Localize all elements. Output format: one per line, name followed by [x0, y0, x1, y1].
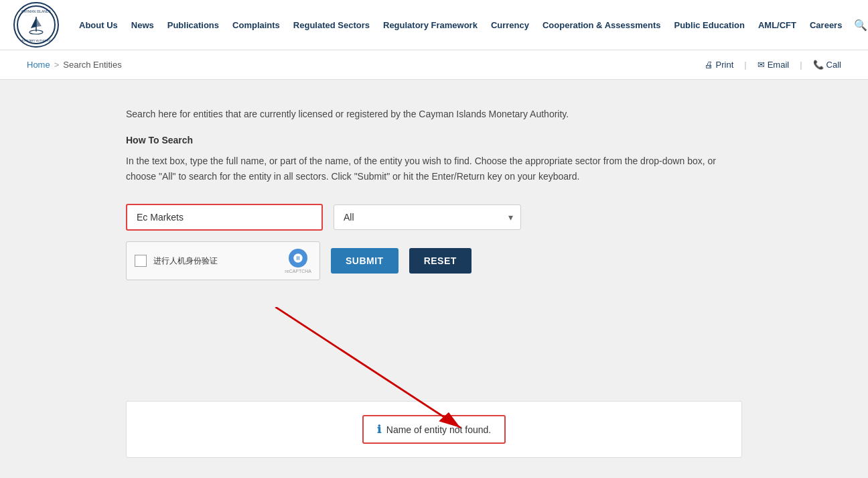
captcha-row: 进行人机身份验证 reCAPTCHA SUBMIT RESET — [126, 241, 742, 280]
svg-line-8 — [275, 307, 460, 428]
nav-news[interactable]: News — [125, 0, 161, 50]
nav-regulated-sectors[interactable]: Regulated Sectors — [287, 0, 376, 50]
action-separator-2: | — [800, 60, 802, 70]
recaptcha-label: reCAPTCHA — [285, 269, 311, 274]
captcha-box: 进行人机身份验证 reCAPTCHA — [126, 241, 320, 280]
breadcrumb-home[interactable]: Home — [27, 60, 50, 70]
nav-currency[interactable]: Currency — [484, 0, 536, 50]
nav-public-education[interactable]: Public Education — [667, 0, 751, 50]
nav-careers[interactable]: Careers — [803, 0, 849, 50]
nav-about-us[interactable]: About Us — [72, 0, 125, 50]
breadcrumb: Home > Search Entities — [27, 60, 122, 70]
reset-button[interactable]: RESET — [409, 248, 472, 274]
nav-amlcft[interactable]: AML/CFT — [751, 0, 803, 50]
call-label: Call — [826, 60, 841, 70]
svg-marker-5 — [36, 17, 42, 27]
sector-select[interactable]: All Banking Insurance Investments Fiduci… — [334, 204, 521, 230]
breadcrumb-actions: 🖨 Print | ✉ Email | 📞 Call — [705, 60, 841, 70]
breadcrumb-bar: Home > Search Entities 🖨 Print | ✉ Email… — [0, 50, 868, 80]
logo-area: CAYMAN ISLANDS MONETARY AUTHORITY — [13, 2, 59, 48]
nav-regulatory-framework[interactable]: Regulatory Framework — [376, 0, 484, 50]
site-logo: CAYMAN ISLANDS MONETARY AUTHORITY — [13, 2, 59, 48]
search-row-top: All Banking Insurance Investments Fiduci… — [126, 204, 742, 231]
phone-icon: 📞 — [813, 60, 824, 70]
search-form: All Banking Insurance Investments Fiduci… — [126, 204, 742, 280]
print-icon: 🖨 — [705, 60, 713, 70]
search-input[interactable] — [127, 205, 321, 229]
nav-complaints[interactable]: Complaints — [226, 0, 287, 50]
action-separator-1: | — [744, 60, 746, 70]
print-label: Print — [716, 60, 734, 70]
breadcrumb-current: Search Entities — [63, 60, 121, 70]
recaptcha-logo: reCAPTCHA — [285, 249, 311, 274]
email-label: Email — [768, 60, 790, 70]
how-to-title: How To Search — [126, 135, 742, 145]
svg-text:MONETARY AUTHORITY: MONETARY AUTHORITY — [21, 39, 52, 42]
svg-marker-4 — [31, 17, 36, 28]
intro-text: Search here for entities that are curren… — [126, 107, 742, 121]
breadcrumb-separator: > — [54, 60, 60, 70]
nav-publications[interactable]: Publications — [161, 0, 226, 50]
email-link[interactable]: ✉ Email — [757, 60, 790, 70]
email-icon: ✉ — [757, 60, 765, 70]
submit-button[interactable]: SUBMIT — [331, 248, 399, 274]
main-content: Search here for entities that are curren… — [99, 80, 769, 478]
captcha-label: 进行人机身份验证 — [153, 255, 278, 267]
print-link[interactable]: 🖨 Print — [705, 60, 734, 70]
captcha-checkbox[interactable] — [135, 255, 147, 267]
arrow-annotation — [126, 307, 742, 441]
main-nav: About Us News Publications Complaints Re… — [72, 0, 868, 50]
sector-select-wrapper: All Banking Insurance Investments Fiduci… — [334, 204, 521, 230]
search-icon[interactable]: 🔍 — [849, 19, 868, 32]
nav-cooperation[interactable]: Cooperation & Assessments — [536, 0, 668, 50]
svg-text:CAYMAN ISLANDS: CAYMAN ISLANDS — [21, 9, 51, 13]
site-header: CAYMAN ISLANDS MONETARY AUTHORITY About … — [0, 0, 868, 50]
call-link[interactable]: 📞 Call — [813, 60, 841, 70]
recaptcha-icon — [289, 249, 307, 267]
how-to-body: In the text box, type the full name, or … — [126, 154, 742, 184]
search-input-wrapper — [126, 204, 323, 231]
